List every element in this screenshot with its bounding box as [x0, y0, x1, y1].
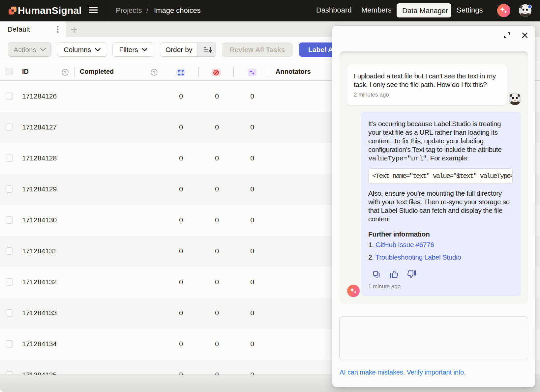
- svg-text:?: ?: [153, 70, 156, 75]
- svg-text:?: ?: [64, 70, 67, 75]
